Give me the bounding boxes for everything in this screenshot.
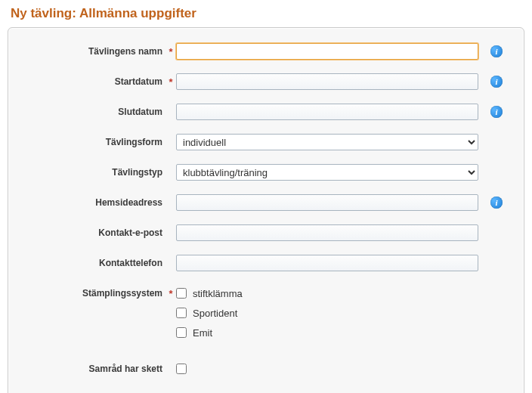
consult-checkbox[interactable] [176, 364, 187, 374]
form-select[interactable]: individuell [176, 134, 478, 150]
info-icon[interactable]: i [490, 106, 503, 118]
end-date-input[interactable] [176, 104, 478, 120]
punch-sportident-label: Sportident [193, 308, 237, 319]
label-punch: Stämplingssystem [23, 288, 165, 299]
label-end: Slutdatum [23, 107, 165, 117]
required-marker: * [165, 288, 176, 299]
type-select[interactable]: klubbtävling/träning [176, 164, 478, 181]
phone-input[interactable] [176, 255, 478, 271]
info-icon[interactable]: i [490, 76, 503, 88]
punch-emit-label: Emit [193, 327, 212, 339]
label-form: Tävlingsform [23, 137, 165, 147]
label-phone: Kontakttelefon [23, 258, 165, 268]
label-email: Kontakt-e-post [23, 227, 165, 238]
start-date-input[interactable] [176, 73, 478, 90]
page-title: Ny tävling: Allmänna uppgifter [11, 6, 524, 21]
url-input[interactable] [176, 194, 478, 211]
info-icon[interactable]: i [490, 45, 503, 57]
punch-sportident-checkbox[interactable] [176, 308, 187, 318]
punch-stift-label: stiftklämma [193, 288, 243, 299]
punch-emit-checkbox[interactable] [176, 327, 187, 338]
name-input[interactable] [176, 43, 478, 60]
info-icon[interactable]: i [490, 196, 503, 209]
punch-stift-checkbox[interactable] [176, 288, 187, 299]
label-name: Tävlingens namn [23, 46, 165, 57]
required-marker: * [165, 76, 176, 88]
label-type: Tävlingstyp [23, 167, 165, 178]
label-start: Startdatum [23, 76, 165, 87]
label-consult: Samråd har skett [23, 364, 165, 374]
form-panel: Tävlingens namn * i Startdatum * i Slutd… [8, 27, 524, 393]
required-marker: * [165, 46, 176, 57]
email-input[interactable] [176, 224, 478, 241]
label-url: Hemsideadress [23, 197, 165, 208]
